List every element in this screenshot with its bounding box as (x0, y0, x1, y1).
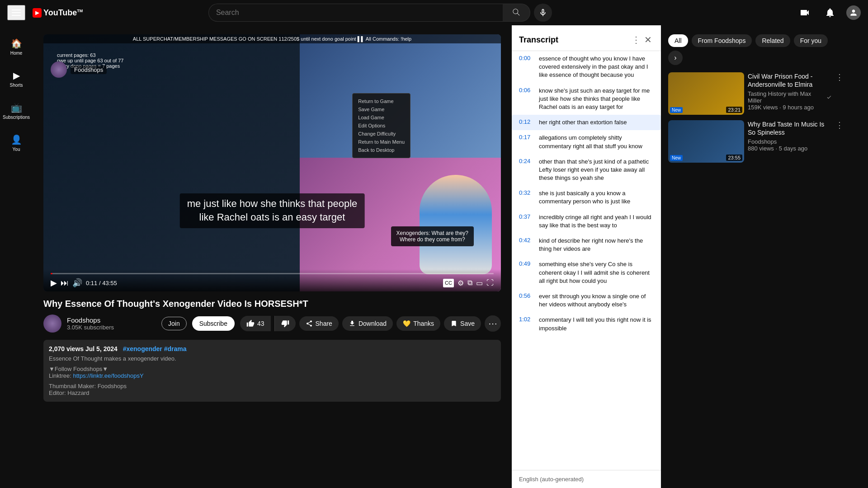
transcript-item[interactable]: 0:17 allegations um completely shitty co… (512, 130, 661, 154)
recommendation-item[interactable]: 23:21 New Civil War Prison Food - Anders… (668, 72, 844, 115)
share-button[interactable]: Share (299, 316, 339, 331)
sidebar-label-home: Home (10, 51, 23, 56)
cc-button[interactable]: CC (443, 279, 454, 287)
transcript-item[interactable]: 0:32 she is just basically a you know a … (512, 186, 661, 209)
save-button[interactable]: Save (444, 316, 481, 331)
thumbnail-maker: Thumbnail Maker: Foodshops (49, 383, 495, 389)
tooltip-line2: Where do they come from? (396, 236, 468, 243)
header-center (208, 4, 552, 22)
channel-name[interactable]: Foodshops (67, 316, 156, 324)
sidebar-item-you[interactable]: 👤 You (2, 129, 31, 157)
transcript-item[interactable]: 0:12 her right other than extortion fals… (512, 115, 661, 130)
notifications-button[interactable] (821, 4, 839, 22)
download-button[interactable]: Download (342, 316, 393, 331)
rec-stats: 159K views · 9 hours ago (748, 104, 832, 111)
logo[interactable]: ▶ YouTubeTM (33, 8, 83, 18)
pause-menu-item-1[interactable]: Save Game (353, 105, 410, 113)
sidebar-item-subscriptions[interactable]: 📺 Subscriptions (2, 97, 31, 125)
transcript-item[interactable]: 0:24 other than that she's just kind of … (512, 154, 661, 186)
rec-more-button[interactable]: ⋮ (835, 120, 844, 130)
transcript-footer: English (auto-generated) (512, 470, 661, 488)
pause-menu-item-6[interactable]: Back to Desktop (353, 146, 410, 154)
character-figure (420, 175, 492, 274)
transcript-item[interactable]: 0:37 incredibly cringe all right and yea… (512, 210, 661, 233)
miniplayer-button[interactable]: ⧉ (467, 279, 472, 287)
progress-fill (51, 273, 52, 274)
tags[interactable]: #xenogender #drama (123, 345, 187, 352)
transcript-item[interactable]: 0:06 know she's just such an easy target… (512, 83, 661, 115)
transcript-item[interactable]: 0:00 essence of thought who you know I h… (512, 51, 661, 83)
transcript-item[interactable]: 0:49 something else she's very Co she is… (512, 257, 661, 289)
mic-button[interactable] (534, 4, 552, 22)
video-meta: 2,070 views Jul 5, 2024 #xenogender #dra… (43, 340, 501, 402)
sidebar-item-home[interactable]: 🏠 Home (2, 33, 31, 61)
recommendations-panel: AllFrom FoodshopsRelatedFor you› 23:21 N… (661, 25, 851, 488)
rec-duration: 23:55 (726, 155, 742, 161)
pause-menu-item-2[interactable]: Load Game (353, 113, 410, 122)
subtitle-line2: like Rachel oats is an easy target (199, 211, 345, 223)
header-right (796, 4, 861, 22)
next-button[interactable]: ⏭ (61, 278, 69, 288)
streamer-info: Foodshops (51, 61, 107, 78)
pause-menu-item-5[interactable]: Return to Main Menu (353, 138, 410, 146)
content: ALL SUPERCHAT/MEMBERSHIP MESSAGES GO ON … (33, 25, 868, 488)
transcript-item[interactable]: 1:02 commentary I will tell you this rig… (512, 312, 661, 336)
rec-thumbnail: 23:55 New (668, 120, 744, 163)
progress-bar[interactable] (51, 273, 494, 274)
more-actions-button[interactable]: ⋯ (485, 315, 501, 332)
youtube-logo-icon: ▶ (33, 8, 42, 18)
video-player[interactable]: ALL SUPERCHAT/MEMBERSHIP MESSAGES GO ON … (43, 34, 501, 291)
avatar[interactable] (846, 5, 861, 20)
transcript-text: she is just basically a you know a comme… (539, 189, 654, 206)
save-icon (450, 320, 458, 327)
new-badge: New (670, 107, 683, 113)
volume-button[interactable]: 🔊 (72, 278, 82, 288)
transcript-item[interactable]: 0:56 ever sit through you know a single … (512, 289, 661, 312)
time-total: 43:55 (102, 280, 117, 286)
filter-tab-all[interactable]: All (668, 34, 688, 47)
filter-tab-from-foodshops[interactable]: From Foodshops (692, 34, 752, 47)
recommendation-item[interactable]: 23:55 New Why Brad Taste In Music Is So … (668, 120, 844, 163)
video-right-panel (300, 34, 501, 291)
transcript-body: 0:00 essence of thought who you know I h… (512, 51, 661, 470)
transcript-time: 0:42 (519, 237, 535, 253)
subscribe-button[interactable]: Subscribe (192, 316, 235, 331)
transcript-header: Transcript ⋮ ✕ (512, 25, 661, 51)
transcript-item[interactable]: 0:42 kind of describe her right now here… (512, 233, 661, 257)
transcript-text: her right other than extortion false (539, 118, 627, 127)
video-controls: ▶ ⏭ 🔊 0:11 / 43:55 CC ⚙ ⧉ ▭ (43, 269, 501, 291)
view-count: 2,070 views (49, 345, 84, 352)
pause-menu-item-3[interactable]: Edit Options (353, 122, 410, 130)
channel-avatar[interactable] (43, 314, 61, 333)
search-input[interactable] (208, 4, 503, 22)
thanks-button[interactable]: 💛 Thanks (396, 316, 440, 331)
transcript-title: Transcript (519, 35, 630, 45)
filter-tab-related[interactable]: Related (755, 34, 790, 47)
follow-label: ▼Follow Foodshops▼ (49, 366, 495, 372)
transcript-more-button[interactable]: ⋮ (630, 33, 642, 47)
create-button[interactable] (796, 4, 814, 22)
video-tags: #xenogender #drama (123, 345, 187, 352)
settings-button[interactable]: ⚙ (458, 279, 464, 287)
transcript-close-button[interactable]: ✕ (642, 33, 654, 47)
search-button[interactable] (503, 4, 530, 22)
filter-tabs: AllFrom FoodshopsRelatedFor you› (668, 34, 844, 65)
home-icon: 🏠 (11, 38, 22, 49)
theater-button[interactable]: ▭ (476, 279, 483, 287)
dislike-button[interactable] (274, 316, 296, 331)
filter-tab-for-you[interactable]: For you (794, 34, 828, 47)
fullscreen-button[interactable]: ⛶ (486, 279, 494, 287)
like-button[interactable]: 43 (240, 316, 271, 331)
channel-subscribers: 3.05K subscribers (67, 324, 156, 331)
rec-more-button[interactable]: ⋮ (835, 72, 844, 82)
play-button[interactable]: ▶ (51, 278, 57, 288)
sidebar-item-shorts[interactable]: ▶ Shorts (2, 65, 31, 93)
transcript-time: 1:02 (519, 316, 535, 332)
linktree-link[interactable]: https://linktr.ee/foodshopsY (73, 372, 144, 379)
transcript-time: 0:12 (519, 118, 535, 127)
filter-tab-next-arrow[interactable]: › (668, 51, 683, 65)
join-button[interactable]: Join (161, 317, 187, 330)
menu-button[interactable] (7, 5, 25, 20)
pause-menu-item-0[interactable]: Return to Game (353, 97, 410, 105)
pause-menu-item-4[interactable]: Change Difficulty (353, 130, 410, 138)
